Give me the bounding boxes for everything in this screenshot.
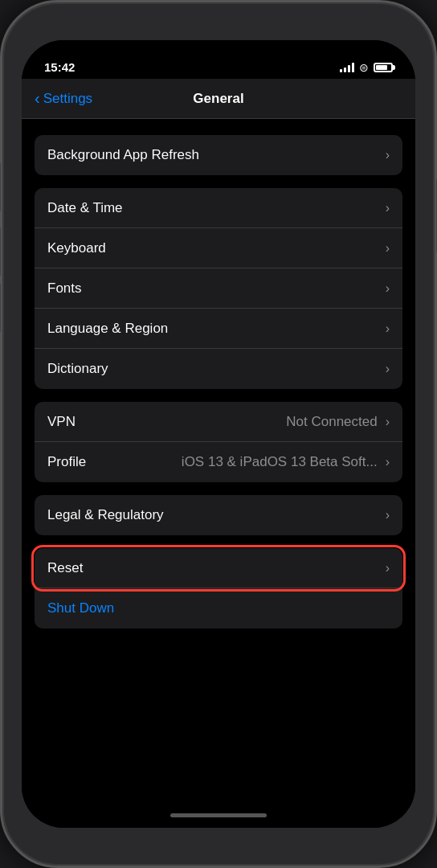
back-chevron-icon: ‹ <box>35 89 40 108</box>
row-label-reset: Reset <box>47 560 83 576</box>
row-reset[interactable]: Reset › <box>35 548 402 588</box>
phone-screen: 15:42 ⊜ ‹ Settings General <box>22 40 415 828</box>
section-legal: Legal & Regulatory › <box>22 495 415 535</box>
status-icons: ⊜ <box>340 61 393 74</box>
chevron-icon: › <box>386 148 390 162</box>
row-label-date-time: Date & Time <box>47 200 123 216</box>
phone-frame: 15:42 ⊜ ‹ Settings General <box>0 0 437 868</box>
row-value-vpn: Not Connected <box>286 414 377 430</box>
row-vpn[interactable]: VPN Not Connected › <box>35 402 402 442</box>
row-label-vpn: VPN <box>47 414 76 430</box>
chevron-icon: › <box>386 508 390 522</box>
page-title: General <box>193 91 243 107</box>
chevron-icon: › <box>386 362 390 376</box>
row-label-fonts: Fonts <box>47 280 82 297</box>
back-label: Settings <box>43 91 92 107</box>
row-label-background: Background App Refresh <box>47 147 199 163</box>
section-vpn: VPN Not Connected › Profile iOS 13 & iPa… <box>22 402 415 482</box>
chevron-icon: › <box>386 321 390 336</box>
row-date-time[interactable]: Date & Time › <box>35 188 402 228</box>
row-label-language: Language & Region <box>47 321 168 337</box>
settings-group-reset-shutdown: Reset › Shut Down <box>35 548 402 628</box>
settings-group-3: VPN Not Connected › Profile iOS 13 & iPa… <box>35 402 402 482</box>
row-keyboard[interactable]: Keyboard › <box>35 228 402 268</box>
row-legal[interactable]: Legal & Regulatory › <box>35 495 402 535</box>
section-keyboard: Date & Time › Keyboard › <box>22 188 415 389</box>
chevron-icon: › <box>386 281 390 296</box>
status-time: 15:42 <box>44 60 75 74</box>
wifi-icon: ⊜ <box>359 61 369 74</box>
chevron-icon: › <box>386 455 390 469</box>
section-reset: Reset › Shut Down <box>22 548 415 628</box>
row-fonts[interactable]: Fonts › <box>35 268 402 309</box>
bottom-spacer <box>22 628 415 653</box>
chevron-icon: › <box>386 561 390 575</box>
row-label-profile: Profile <box>47 454 86 470</box>
home-indicator <box>22 802 415 828</box>
row-background-app-refresh[interactable]: Background App Refresh › <box>35 135 402 175</box>
chevron-icon: › <box>386 241 390 256</box>
settings-group-4: Legal & Regulatory › <box>35 495 402 535</box>
row-dictionary[interactable]: Dictionary › <box>35 349 402 389</box>
home-bar <box>170 813 267 817</box>
nav-header: ‹ Settings General <box>22 79 415 119</box>
row-label-dictionary: Dictionary <box>47 361 108 377</box>
battery-icon <box>374 63 393 72</box>
back-button[interactable]: ‹ Settings <box>35 89 92 108</box>
settings-group-1: Background App Refresh › <box>35 135 402 175</box>
signal-icon <box>340 63 354 72</box>
chevron-icon: › <box>386 201 390 215</box>
chevron-icon: › <box>386 415 390 429</box>
row-shutdown[interactable]: Shut Down <box>35 588 402 628</box>
row-profile[interactable]: Profile iOS 13 & iPadOS 13 Beta Soft... … <box>35 442 402 482</box>
settings-content: Background App Refresh › Date & Time <box>22 119 415 802</box>
notch <box>162 40 275 63</box>
row-value-profile: iOS 13 & iPadOS 13 Beta Soft... <box>182 454 378 470</box>
row-label-legal: Legal & Regulatory <box>47 507 164 523</box>
row-label-keyboard: Keyboard <box>47 240 106 256</box>
row-label-shutdown: Shut Down <box>47 600 114 616</box>
section-background: Background App Refresh › <box>22 135 415 175</box>
row-language-region[interactable]: Language & Region › <box>35 309 402 349</box>
settings-group-2: Date & Time › Keyboard › <box>35 188 402 389</box>
reset-wrapper: Reset › Shut Down <box>35 548 402 628</box>
